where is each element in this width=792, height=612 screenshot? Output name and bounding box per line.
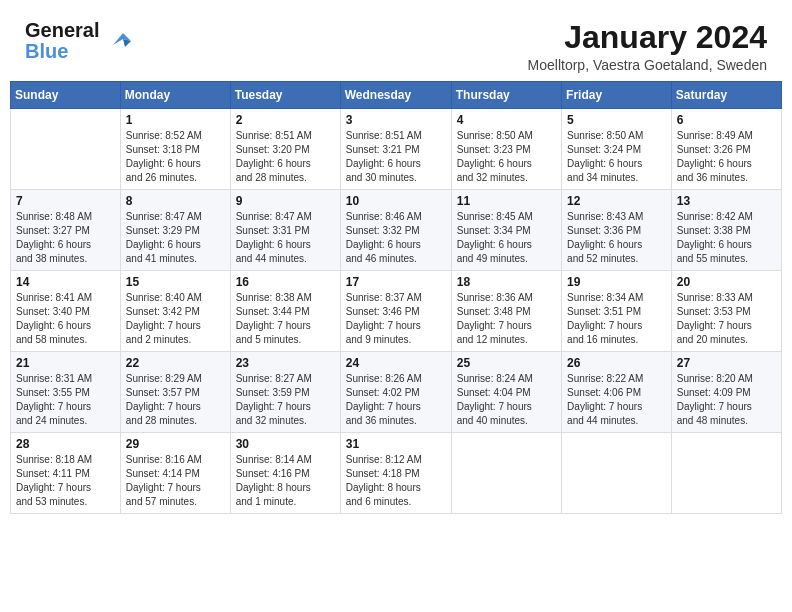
day-info: Sunrise: 8:18 AM Sunset: 4:11 PM Dayligh…: [16, 453, 115, 509]
day-info: Sunrise: 8:16 AM Sunset: 4:14 PM Dayligh…: [126, 453, 225, 509]
logo-line1: General: [25, 20, 99, 41]
day-number: 26: [567, 356, 666, 370]
day-number: 30: [236, 437, 335, 451]
calendar-day-cell: 20Sunrise: 8:33 AM Sunset: 3:53 PM Dayli…: [671, 271, 781, 352]
location-subtitle: Moelltorp, Vaestra Goetaland, Sweden: [528, 57, 767, 73]
calendar-day-cell: 22Sunrise: 8:29 AM Sunset: 3:57 PM Dayli…: [120, 352, 230, 433]
day-of-week-header: Monday: [120, 82, 230, 109]
page-header: General Blue January 2024 Moelltorp, Vae…: [10, 10, 782, 81]
day-number: 1: [126, 113, 225, 127]
calendar-day-cell: 25Sunrise: 8:24 AM Sunset: 4:04 PM Dayli…: [451, 352, 561, 433]
day-number: 18: [457, 275, 556, 289]
day-number: 23: [236, 356, 335, 370]
day-info: Sunrise: 8:41 AM Sunset: 3:40 PM Dayligh…: [16, 291, 115, 347]
day-info: Sunrise: 8:42 AM Sunset: 3:38 PM Dayligh…: [677, 210, 776, 266]
day-info: Sunrise: 8:50 AM Sunset: 3:24 PM Dayligh…: [567, 129, 666, 185]
day-info: Sunrise: 8:27 AM Sunset: 3:59 PM Dayligh…: [236, 372, 335, 428]
day-info: Sunrise: 8:51 AM Sunset: 3:21 PM Dayligh…: [346, 129, 446, 185]
calendar-day-cell: 2Sunrise: 8:51 AM Sunset: 3:20 PM Daylig…: [230, 109, 340, 190]
day-info: Sunrise: 8:47 AM Sunset: 3:29 PM Dayligh…: [126, 210, 225, 266]
day-number: 22: [126, 356, 225, 370]
calendar-day-cell: 10Sunrise: 8:46 AM Sunset: 3:32 PM Dayli…: [340, 190, 451, 271]
day-info: Sunrise: 8:40 AM Sunset: 3:42 PM Dayligh…: [126, 291, 225, 347]
day-of-week-header: Thursday: [451, 82, 561, 109]
day-number: 4: [457, 113, 556, 127]
calendar-day-cell: 16Sunrise: 8:38 AM Sunset: 3:44 PM Dayli…: [230, 271, 340, 352]
day-number: 28: [16, 437, 115, 451]
calendar-day-cell: 23Sunrise: 8:27 AM Sunset: 3:59 PM Dayli…: [230, 352, 340, 433]
calendar-day-cell: 19Sunrise: 8:34 AM Sunset: 3:51 PM Dayli…: [562, 271, 672, 352]
day-number: 19: [567, 275, 666, 289]
calendar-day-cell: 4Sunrise: 8:50 AM Sunset: 3:23 PM Daylig…: [451, 109, 561, 190]
calendar-week-row: 28Sunrise: 8:18 AM Sunset: 4:11 PM Dayli…: [11, 433, 782, 514]
day-number: 12: [567, 194, 666, 208]
day-info: Sunrise: 8:37 AM Sunset: 3:46 PM Dayligh…: [346, 291, 446, 347]
calendar-day-cell: [562, 433, 672, 514]
day-info: Sunrise: 8:12 AM Sunset: 4:18 PM Dayligh…: [346, 453, 446, 509]
calendar-day-cell: 21Sunrise: 8:31 AM Sunset: 3:55 PM Dayli…: [11, 352, 121, 433]
calendar-week-row: 21Sunrise: 8:31 AM Sunset: 3:55 PM Dayli…: [11, 352, 782, 433]
day-info: Sunrise: 8:51 AM Sunset: 3:20 PM Dayligh…: [236, 129, 335, 185]
calendar-week-row: 14Sunrise: 8:41 AM Sunset: 3:40 PM Dayli…: [11, 271, 782, 352]
day-info: Sunrise: 8:47 AM Sunset: 3:31 PM Dayligh…: [236, 210, 335, 266]
calendar-day-cell: 24Sunrise: 8:26 AM Sunset: 4:02 PM Dayli…: [340, 352, 451, 433]
day-number: 6: [677, 113, 776, 127]
day-of-week-header: Sunday: [11, 82, 121, 109]
day-info: Sunrise: 8:31 AM Sunset: 3:55 PM Dayligh…: [16, 372, 115, 428]
day-number: 17: [346, 275, 446, 289]
day-info: Sunrise: 8:43 AM Sunset: 3:36 PM Dayligh…: [567, 210, 666, 266]
calendar-day-cell: 1Sunrise: 8:52 AM Sunset: 3:18 PM Daylig…: [120, 109, 230, 190]
calendar-day-cell: 13Sunrise: 8:42 AM Sunset: 3:38 PM Dayli…: [671, 190, 781, 271]
day-number: 13: [677, 194, 776, 208]
calendar-week-row: 1Sunrise: 8:52 AM Sunset: 3:18 PM Daylig…: [11, 109, 782, 190]
calendar-day-cell: 29Sunrise: 8:16 AM Sunset: 4:14 PM Dayli…: [120, 433, 230, 514]
calendar-day-cell: 11Sunrise: 8:45 AM Sunset: 3:34 PM Dayli…: [451, 190, 561, 271]
day-number: 7: [16, 194, 115, 208]
calendar-day-cell: [451, 433, 561, 514]
day-info: Sunrise: 8:14 AM Sunset: 4:16 PM Dayligh…: [236, 453, 335, 509]
day-number: 31: [346, 437, 446, 451]
day-info: Sunrise: 8:46 AM Sunset: 3:32 PM Dayligh…: [346, 210, 446, 266]
day-info: Sunrise: 8:22 AM Sunset: 4:06 PM Dayligh…: [567, 372, 666, 428]
day-info: Sunrise: 8:34 AM Sunset: 3:51 PM Dayligh…: [567, 291, 666, 347]
calendar-day-cell: 31Sunrise: 8:12 AM Sunset: 4:18 PM Dayli…: [340, 433, 451, 514]
day-of-week-header: Saturday: [671, 82, 781, 109]
day-info: Sunrise: 8:24 AM Sunset: 4:04 PM Dayligh…: [457, 372, 556, 428]
calendar-day-cell: 28Sunrise: 8:18 AM Sunset: 4:11 PM Dayli…: [11, 433, 121, 514]
day-info: Sunrise: 8:45 AM Sunset: 3:34 PM Dayligh…: [457, 210, 556, 266]
day-info: Sunrise: 8:36 AM Sunset: 3:48 PM Dayligh…: [457, 291, 556, 347]
day-number: 11: [457, 194, 556, 208]
day-number: 16: [236, 275, 335, 289]
day-info: Sunrise: 8:38 AM Sunset: 3:44 PM Dayligh…: [236, 291, 335, 347]
day-number: 5: [567, 113, 666, 127]
day-number: 2: [236, 113, 335, 127]
month-year-title: January 2024: [528, 20, 767, 55]
day-number: 8: [126, 194, 225, 208]
calendar-day-cell: 15Sunrise: 8:40 AM Sunset: 3:42 PM Dayli…: [120, 271, 230, 352]
calendar-table: SundayMondayTuesdayWednesdayThursdayFrid…: [10, 81, 782, 514]
calendar-day-cell: 14Sunrise: 8:41 AM Sunset: 3:40 PM Dayli…: [11, 271, 121, 352]
day-info: Sunrise: 8:50 AM Sunset: 3:23 PM Dayligh…: [457, 129, 556, 185]
day-number: 27: [677, 356, 776, 370]
day-info: Sunrise: 8:20 AM Sunset: 4:09 PM Dayligh…: [677, 372, 776, 428]
calendar-header-row: SundayMondayTuesdayWednesdayThursdayFrid…: [11, 82, 782, 109]
calendar-day-cell: 8Sunrise: 8:47 AM Sunset: 3:29 PM Daylig…: [120, 190, 230, 271]
calendar-day-cell: 12Sunrise: 8:43 AM Sunset: 3:36 PM Dayli…: [562, 190, 672, 271]
calendar-day-cell: 6Sunrise: 8:49 AM Sunset: 3:26 PM Daylig…: [671, 109, 781, 190]
day-info: Sunrise: 8:48 AM Sunset: 3:27 PM Dayligh…: [16, 210, 115, 266]
day-info: Sunrise: 8:52 AM Sunset: 3:18 PM Dayligh…: [126, 129, 225, 185]
day-number: 29: [126, 437, 225, 451]
day-number: 25: [457, 356, 556, 370]
day-number: 15: [126, 275, 225, 289]
day-info: Sunrise: 8:26 AM Sunset: 4:02 PM Dayligh…: [346, 372, 446, 428]
calendar-day-cell: [11, 109, 121, 190]
day-info: Sunrise: 8:33 AM Sunset: 3:53 PM Dayligh…: [677, 291, 776, 347]
calendar-day-cell: 17Sunrise: 8:37 AM Sunset: 3:46 PM Dayli…: [340, 271, 451, 352]
calendar-day-cell: 3Sunrise: 8:51 AM Sunset: 3:21 PM Daylig…: [340, 109, 451, 190]
logo-line2: Blue: [25, 41, 99, 62]
calendar-day-cell: 5Sunrise: 8:50 AM Sunset: 3:24 PM Daylig…: [562, 109, 672, 190]
day-number: 20: [677, 275, 776, 289]
day-number: 3: [346, 113, 446, 127]
day-info: Sunrise: 8:29 AM Sunset: 3:57 PM Dayligh…: [126, 372, 225, 428]
logo: General Blue: [25, 20, 135, 62]
